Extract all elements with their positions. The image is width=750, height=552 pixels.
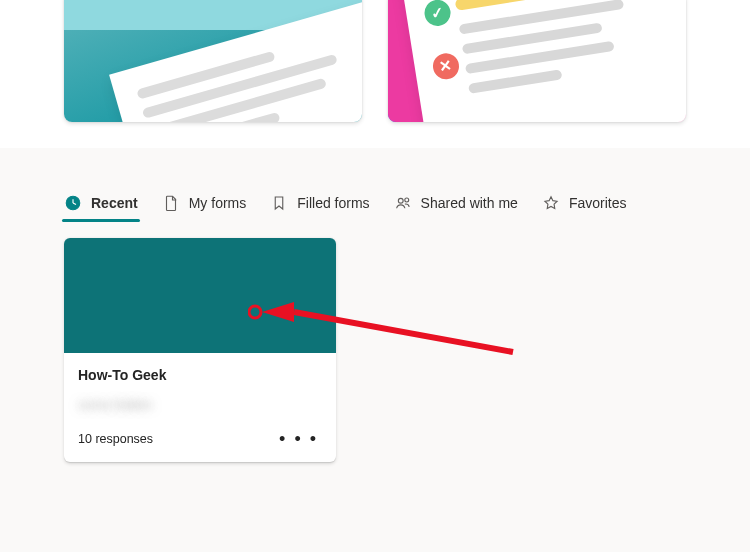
form-card-subtitle: some.hidden [78, 397, 322, 412]
document-icon [162, 194, 180, 212]
star-icon [542, 194, 560, 212]
filter-tabs: Recent My forms Filled forms Shared with… [0, 148, 750, 234]
tab-label: Recent [91, 195, 138, 211]
tab-label: My forms [189, 195, 247, 211]
template-card-survey[interactable] [64, 0, 362, 122]
check-icon: ✓ [423, 0, 453, 28]
form-card-responses: 10 responses [78, 432, 153, 446]
svg-point-4 [404, 198, 408, 202]
more-icon: • • • [279, 429, 318, 449]
people-icon [394, 194, 412, 212]
template-card-quiz[interactable]: ✓ ✕ [388, 0, 686, 122]
tab-label: Favorites [569, 195, 627, 211]
forms-grid: How-To Geek some.hidden 10 responses • •… [0, 234, 750, 466]
clock-icon [64, 194, 82, 212]
tab-my-forms[interactable]: My forms [162, 194, 247, 220]
form-card-title: How-To Geek [78, 367, 322, 383]
templates-row: ✓ ✕ [0, 0, 750, 148]
svg-point-3 [398, 198, 403, 203]
form-card-header [64, 238, 336, 353]
tab-label: Filled forms [297, 195, 369, 211]
form-card[interactable]: How-To Geek some.hidden 10 responses • •… [64, 238, 336, 462]
bookmark-icon [270, 194, 288, 212]
x-icon: ✕ [431, 51, 461, 81]
tab-recent[interactable]: Recent [64, 194, 138, 220]
tab-favorites[interactable]: Favorites [542, 194, 627, 220]
tab-shared-with-me[interactable]: Shared with me [394, 194, 518, 220]
tab-filled-forms[interactable]: Filled forms [270, 194, 369, 220]
more-options-button[interactable]: • • • [275, 426, 322, 452]
tab-label: Shared with me [421, 195, 518, 211]
